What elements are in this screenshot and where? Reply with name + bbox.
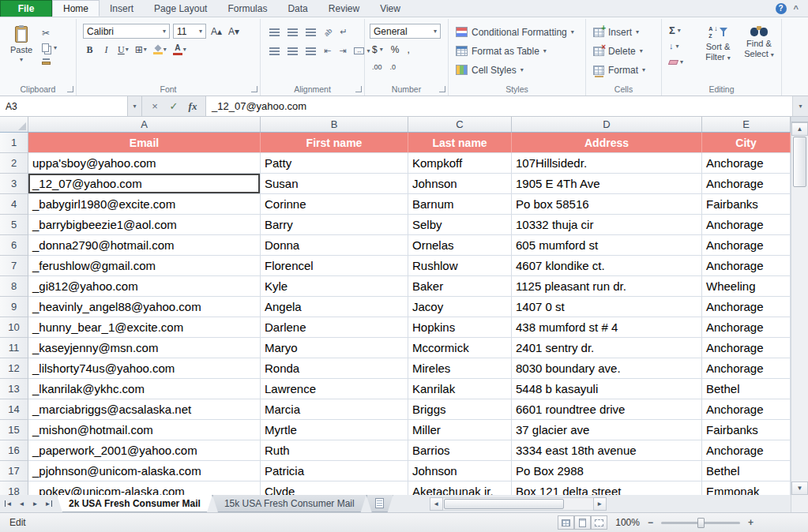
horizontal-scrollbar[interactable]: ◄ ►: [430, 495, 607, 512]
row-header-7[interactable]: 7: [0, 256, 28, 276]
paste-button[interactable]: Paste ▾: [3, 21, 39, 83]
cell-E18[interactable]: Emmonak: [702, 481, 791, 495]
find-select-button[interactable]: Find & Select ▾: [740, 24, 778, 83]
cell-E17[interactable]: Bethel: [702, 461, 791, 481]
zoom-out-button[interactable]: −: [645, 517, 656, 528]
cell-E8[interactable]: Wheeling: [702, 276, 791, 297]
grow-font-button[interactable]: A▴: [209, 24, 224, 39]
cell-B14[interactable]: Marcia: [261, 399, 408, 420]
increase-indent-button[interactable]: ⇥: [336, 44, 348, 58]
cell-B16[interactable]: Ruth: [261, 440, 408, 461]
currency-button[interactable]: $▾: [370, 43, 385, 56]
last-sheet-icon[interactable]: ►: [43, 497, 54, 510]
cell-C3[interactable]: Johnson: [408, 174, 512, 194]
insert-function-button[interactable]: fx: [184, 99, 201, 114]
row-header-10[interactable]: 10: [0, 317, 28, 338]
select-all-corner[interactable]: [0, 117, 28, 132]
italic-button[interactable]: I: [100, 43, 113, 57]
row-header-16[interactable]: 16: [0, 440, 28, 461]
font-dialog-launcher[interactable]: [251, 86, 257, 92]
name-box[interactable]: A3: [0, 96, 128, 116]
cell-E11[interactable]: Anchorage: [702, 338, 791, 358]
sheet-tab-inactive[interactable]: 15k USA Fresh Consumer Mail: [212, 495, 366, 512]
cell-D17[interactable]: Po Box 2988: [512, 461, 702, 481]
cell-E4[interactable]: Fairbanks: [702, 194, 791, 215]
row-header-11[interactable]: 11: [0, 338, 28, 358]
row-header-3[interactable]: 3: [0, 174, 28, 194]
row-header-4[interactable]: 4: [0, 194, 28, 215]
row-header-8[interactable]: 8: [0, 276, 28, 297]
cell-E13[interactable]: Bethel: [702, 379, 791, 399]
number-dialog-launcher[interactable]: [439, 86, 445, 92]
cell-A3[interactable]: _12_07@yahoo.com: [28, 174, 261, 194]
ribbon-tab-review[interactable]: Review: [318, 0, 370, 17]
cell-C2[interactable]: Kompkoff: [408, 153, 512, 174]
cell-B12[interactable]: Ronda: [261, 358, 408, 379]
zoom-slider-thumb[interactable]: [697, 518, 705, 528]
minimize-ribbon-icon[interactable]: ^: [794, 4, 799, 13]
cell-D12[interactable]: 8030 boundary ave.: [512, 358, 702, 379]
row-header-13[interactable]: 13: [0, 379, 28, 399]
cell-E2[interactable]: Anchorage: [702, 153, 791, 174]
cell-E9[interactable]: Anchorage: [702, 297, 791, 317]
next-sheet-icon[interactable]: ►: [29, 497, 41, 510]
first-sheet-icon[interactable]: ◄: [2, 497, 14, 510]
cell-D4[interactable]: Po box 58516: [512, 194, 702, 215]
row-header-9[interactable]: 9: [0, 297, 28, 317]
ribbon-tab-page-layout[interactable]: Page Layout: [144, 0, 217, 17]
column-header-E[interactable]: E: [702, 117, 791, 132]
cell-A5[interactable]: _barrybigbeezie1@aol.com: [28, 215, 261, 235]
alignment-dialog-launcher[interactable]: [355, 86, 362, 92]
ribbon-tab-data[interactable]: Data: [277, 0, 318, 17]
format-cells-button[interactable]: Format ▾: [591, 62, 658, 78]
table-header-cell-B1[interactable]: First name: [261, 133, 408, 153]
sort-filter-button[interactable]: AZ↓ Sort & Filter ▾: [699, 24, 737, 83]
cell-E6[interactable]: Anchorage: [702, 235, 791, 256]
align-bottom-button[interactable]: [303, 25, 318, 39]
cell-B15[interactable]: Myrtle: [261, 420, 408, 440]
cell-A13[interactable]: _lkanrilak@ykhc.com: [28, 379, 261, 399]
previous-sheet-icon[interactable]: ◄: [16, 497, 28, 510]
percent-button[interactable]: %: [389, 43, 402, 56]
enter-button[interactable]: ✓: [165, 99, 182, 114]
cell-D3[interactable]: 1905 E 4Th Ave: [512, 174, 702, 194]
cell-A2[interactable]: uppa'sboy@yahoo.com: [28, 153, 261, 174]
column-header-A[interactable]: A: [28, 117, 261, 132]
cell-A16[interactable]: _paperwork_2001@yahoo.com: [28, 440, 261, 461]
column-header-C[interactable]: C: [408, 117, 512, 132]
scroll-left-icon[interactable]: ◄: [430, 497, 443, 511]
column-header-D[interactable]: D: [512, 117, 702, 132]
format-as-table-button[interactable]: Format as Table ▾: [453, 43, 582, 59]
cell-D11[interactable]: 2401 sentry dr.: [512, 338, 702, 358]
cell-C12[interactable]: Mireles: [408, 358, 512, 379]
row-header-15[interactable]: 15: [0, 420, 28, 440]
zoom-level[interactable]: 100%: [613, 517, 640, 528]
comma-button[interactable]: ,: [404, 43, 412, 56]
insert-worksheet-button[interactable]: [366, 495, 393, 512]
cell-D2[interactable]: 107Hillsidedr.: [512, 153, 702, 174]
cell-B7[interactable]: Florencel: [261, 256, 408, 276]
ribbon-tab-view[interactable]: View: [370, 0, 411, 17]
table-header-cell-E1[interactable]: City: [702, 133, 791, 153]
cell-D5[interactable]: 10332 thuja cir: [512, 215, 702, 235]
cell-D6[interactable]: 605 mumford st: [512, 235, 702, 256]
cell-D14[interactable]: 6601 roundtree drive: [512, 399, 702, 420]
cell-C18[interactable]: Aketachunak jr.: [408, 481, 512, 495]
align-top-button[interactable]: [267, 25, 282, 39]
cell-E15[interactable]: Fairbanks: [702, 420, 791, 440]
cell-B11[interactable]: Maryo: [261, 338, 408, 358]
sheet-tab-active[interactable]: 2k USA Fresh Consumer Mail: [57, 495, 212, 512]
cell-E12[interactable]: Anchorage: [702, 358, 791, 379]
wrap-text-button[interactable]: ↵: [338, 25, 350, 39]
cell-B9[interactable]: Angela: [261, 297, 408, 317]
cut-button[interactable]: ✂: [39, 26, 59, 39]
cell-D18[interactable]: Box 121 delta street: [512, 481, 702, 495]
cell-B18[interactable]: Clyde: [261, 481, 408, 495]
cell-B2[interactable]: Patty: [261, 153, 408, 174]
cell-styles-button[interactable]: Cell Styles ▾: [453, 62, 582, 78]
cell-A7[interactable]: _ferushlow@gmail.com: [28, 256, 261, 276]
cell-D7[interactable]: 4607 klondike ct.: [512, 256, 702, 276]
cell-A10[interactable]: _hunny_bear_1@excite.com: [28, 317, 261, 338]
cell-D9[interactable]: 1407 0 st: [512, 297, 702, 317]
cell-C14[interactable]: Briggs: [408, 399, 512, 420]
